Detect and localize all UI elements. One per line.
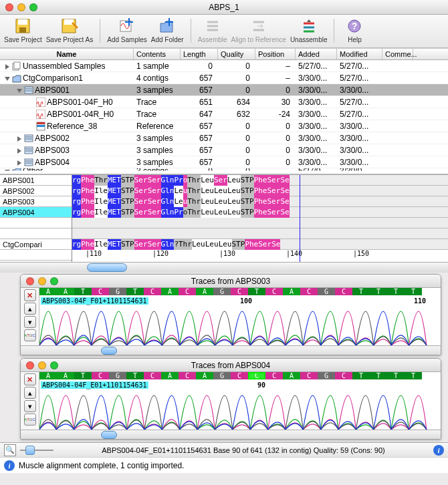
sequence-row[interactable]: rgPheIleMETSTPSerSerGlnProThrLeuLeuLeuST… [72, 207, 448, 218]
alignment-scrollbar[interactable] [0, 262, 448, 273]
cell: 30 [255, 98, 296, 107]
base-cell: T [387, 372, 405, 379]
cell: 3/30/0... [337, 158, 382, 167]
table-row[interactable]: ABPS001-04F_H0Trace651634303/30/0...5/27… [0, 96, 448, 108]
base-cell: T [352, 288, 370, 295]
zoom-slider[interactable] [20, 447, 53, 454]
minimize-icon[interactable] [38, 277, 46, 285]
col-position[interactable]: Position [255, 49, 296, 59]
cell: 3 samples [134, 134, 181, 143]
sequence-row[interactable]: rgPheThrMETSTPSerSerGlnProThrLeuSerLeuST… [72, 175, 448, 186]
zoom-icon[interactable] [50, 361, 58, 369]
add-folder-button[interactable]: Add Folder [151, 17, 184, 43]
disclosure-icon[interactable] [16, 135, 23, 142]
cell: 0 [218, 86, 255, 95]
save-project-as-button[interactable]: Save Project As [46, 17, 94, 43]
add-samples-button[interactable]: Add Samples [107, 17, 146, 43]
col-comments[interactable]: Comme... [382, 49, 413, 59]
scroll-down-button[interactable]: ▾ [24, 400, 36, 412]
scroll-down-button[interactable]: ▾ [24, 316, 36, 328]
table-row[interactable]: Unassembled Samples1 sample00–5/27/0...5… [0, 60, 448, 72]
table-header[interactable]: Name Contents Length Quality Position Ad… [0, 48, 448, 60]
base-cell: C [265, 372, 283, 379]
minimize-icon[interactable] [38, 361, 46, 369]
alignment-name[interactable]: ABPS003 [0, 196, 72, 207]
scroll-up-button[interactable]: ▴ [24, 303, 36, 315]
zoom-icon[interactable] [29, 3, 37, 11]
cell: 651 [181, 98, 218, 107]
alignment-name[interactable]: ABPS004 [0, 207, 72, 218]
sequence-row[interactable]: rgPheIleMETSTPSerSerGln ? ThrLeuLeuLeuST… [72, 239, 448, 250]
minimize-icon[interactable] [17, 3, 25, 11]
table-row[interactable]: ABPS001-04R_H0Trace647632-243/30/0...5/2… [0, 108, 448, 120]
svg-rect-10 [165, 21, 173, 23]
assemble-button: Assemble [198, 17, 227, 43]
trace-window: Traces from ABPS003✕▴▾ATGCAATCGTCACAGCTC… [20, 274, 441, 355]
trace-title: Traces from ABPS003 [21, 277, 441, 286]
alignment-name-empty [0, 228, 72, 239]
base-cell: T [405, 288, 422, 295]
col-name[interactable]: Name [0, 49, 134, 59]
disclosure-icon[interactable] [4, 168, 11, 174]
bases-toggle-button[interactable]: ATGC [24, 329, 36, 341]
cell: 3/30/0... [296, 110, 337, 119]
disclosure-icon[interactable] [16, 147, 23, 154]
base-cell: A [39, 372, 57, 379]
close-icon[interactable] [26, 277, 34, 285]
alignment-name[interactable]: ABPS002 [0, 186, 72, 196]
table-row[interactable]: CtgComparison14 contigs6570–3/30/0...5/2… [0, 72, 448, 84]
col-added[interactable]: Added [296, 49, 337, 59]
close-trace-button[interactable]: ✕ [24, 373, 36, 385]
magnify-tool-icon[interactable]: 🔍 [4, 444, 16, 456]
close-icon[interactable] [26, 361, 34, 369]
svg-rect-2 [19, 27, 26, 33]
add-folder-icon [157, 17, 177, 35]
row-name: ABPS001-04R_H0 [47, 110, 114, 119]
disclosure-icon[interactable] [16, 87, 23, 94]
info-icon: i [4, 460, 15, 471]
sequence-row[interactable]: rgPheIleMETSTPSerSerGlnLeuThrLeuLeuLeuST… [72, 196, 448, 207]
close-icon[interactable] [5, 3, 13, 11]
disclosure-icon[interactable] [16, 159, 23, 166]
table-row[interactable]: ABPS0023 samples657003/30/0...3/30/0... [0, 132, 448, 144]
sequence-row[interactable]: rgPheIleMETSTPSerSerGlnLeuThrLeuLeuLeuST… [72, 186, 448, 196]
disclosure-icon[interactable] [4, 63, 11, 69]
col-length[interactable]: Length [181, 49, 218, 59]
zoom-icon[interactable] [50, 277, 58, 285]
col-quality[interactable]: Quality [218, 49, 255, 59]
svg-marker-26 [17, 148, 21, 154]
alignment-panel: ABPS001ABPS002ABPS003ABPS004CtgCompari r… [0, 174, 448, 273]
trace-canvas[interactable]: AATCGTCACAGCCCACGCTTTTABPS004-04F_E01+11… [39, 372, 441, 430]
table-row[interactable]: Other3 contigs00–5/27/0...3/30/0... [0, 168, 448, 174]
project-table[interactable]: Name Contents Length Quality Position Ad… [0, 48, 448, 174]
scroll-up-button[interactable]: ▴ [24, 387, 36, 399]
disclosure-icon [28, 111, 35, 118]
save-project-button[interactable]: Save Project [4, 17, 42, 43]
table-row[interactable]: ABPS0043 samples657003/30/0...3/30/0... [0, 156, 448, 168]
cell: 1 sample [134, 61, 181, 71]
trace-scrollbar[interactable] [21, 345, 441, 355]
cell: 657 [181, 122, 218, 131]
bases-toggle-button[interactable]: ATGC [24, 414, 36, 426]
cell: 5/27/0... [337, 98, 382, 107]
cell: 3/30/0... [296, 86, 337, 95]
col-modified[interactable]: Modified [337, 49, 382, 59]
trace-canvas[interactable]: AATCGTCACAGCTCACGCTTTTABPS003-04F_F01+11… [39, 288, 441, 345]
alignment-consensus-name[interactable]: CtgCompari [0, 239, 72, 250]
col-contents[interactable]: Contents [134, 49, 181, 59]
alignment-name[interactable]: ABPS001 [0, 175, 72, 186]
svg-rect-1 [18, 19, 27, 25]
table-row[interactable]: ABPS0033 samples657003/30/0...3/30/0... [0, 144, 448, 156]
unassemble-button[interactable]: Unassemble [290, 17, 328, 43]
cell: 657 [181, 146, 218, 155]
table-row[interactable]: Reference_38Reference657003/30/0...3/30/… [0, 120, 448, 132]
info-icon[interactable]: i [433, 445, 444, 456]
toolbar: Save Project Save Project As Add Samples… [0, 15, 448, 48]
svg-rect-29 [25, 159, 33, 166]
trace-scrollbar[interactable] [21, 430, 441, 439]
help-button[interactable]: ? Help [341, 17, 368, 43]
close-trace-button[interactable]: ✕ [24, 289, 36, 301]
contig-icon [24, 146, 33, 155]
disclosure-icon[interactable] [4, 75, 11, 82]
table-row[interactable]: ABPS0013 samples657003/30/0...3/30/0... [0, 84, 448, 96]
